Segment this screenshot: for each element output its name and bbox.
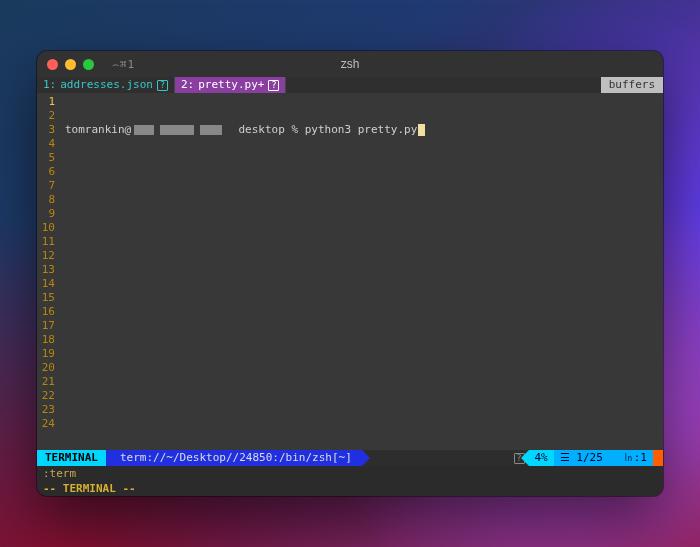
buffer-tab-2[interactable]: 2: pretty.py+ ? xyxy=(175,77,286,93)
line-number: 21 xyxy=(39,375,55,389)
buffer-index: 2: xyxy=(181,77,194,93)
buffer-name: addresses.json xyxy=(60,77,153,93)
spacer xyxy=(286,77,600,93)
status-percent: 4% xyxy=(529,450,554,466)
line-number: 9 xyxy=(39,207,55,221)
minimize-icon[interactable] xyxy=(65,59,76,70)
line-number: 19 xyxy=(39,347,55,361)
line-number: 3 xyxy=(39,123,55,137)
command-text: python3 pretty.py xyxy=(305,123,418,137)
help-icon: ? xyxy=(157,80,168,91)
command-line[interactable]: :term xyxy=(37,466,663,481)
titlebar: ⌢⌘1 zsh xyxy=(37,51,663,77)
cursor-icon xyxy=(418,124,425,136)
hostname-redacted xyxy=(134,125,154,135)
line-number: 13 xyxy=(39,263,55,277)
line-number: 7 xyxy=(39,179,55,193)
editor-area[interactable]: 123456789101112131415161718192021222324 … xyxy=(37,93,663,450)
line-number: 14 xyxy=(39,277,55,291)
line-number: 18 xyxy=(39,333,55,347)
terminal-content[interactable]: tomrankin@ desktop % python3 pretty.py xyxy=(61,93,663,450)
terminal-window: ⌢⌘1 zsh 1: addresses.json ? 2: pretty.py… xyxy=(37,51,663,496)
close-icon[interactable] xyxy=(47,59,58,70)
line-number: 24 xyxy=(39,417,55,431)
status-bar: TERMINAL term://~/Desktop//24850:/bin/zs… xyxy=(37,450,663,466)
line-number: 10 xyxy=(39,221,55,235)
prompt-path: desktop xyxy=(238,123,284,137)
mode-message: -- TERMINAL -- xyxy=(37,481,663,496)
buffers-label: buffers xyxy=(601,77,663,93)
hostname-redacted xyxy=(160,125,194,135)
prompt-symbol: % xyxy=(291,123,298,137)
hostname-redacted xyxy=(200,125,222,135)
prompt-user: tomrankin@ xyxy=(65,123,131,137)
line-number: 12 xyxy=(39,249,55,263)
zoom-icon[interactable] xyxy=(83,59,94,70)
status-path: term://~/Desktop//24850:/bin/zsh[~] xyxy=(106,450,362,466)
status-end-cap xyxy=(653,450,663,466)
line-number: 16 xyxy=(39,305,55,319)
line-number: 1 xyxy=(39,95,55,109)
tab-indicator: ⌢⌘1 xyxy=(112,58,135,71)
line-number: 8 xyxy=(39,193,55,207)
help-icon: ? xyxy=(268,80,279,91)
line-number: 6 xyxy=(39,165,55,179)
status-line-info: ☰ 1/25 ㏑:1 xyxy=(554,450,653,466)
line-number: 11 xyxy=(39,235,55,249)
line-number: 4 xyxy=(39,137,55,151)
line-number: 17 xyxy=(39,319,55,333)
buffer-index: 1: xyxy=(43,77,56,93)
line-number: 15 xyxy=(39,291,55,305)
prompt-line: tomrankin@ desktop % python3 pretty.py xyxy=(65,123,659,137)
line-number: 5 xyxy=(39,151,55,165)
buffer-name: pretty.py+ xyxy=(198,77,264,93)
line-number-gutter: 123456789101112131415161718192021222324 xyxy=(37,93,61,450)
buffer-tab-1[interactable]: 1: addresses.json ? xyxy=(37,77,175,93)
status-mode: TERMINAL xyxy=(37,450,106,466)
line-number: 22 xyxy=(39,389,55,403)
line-number: 23 xyxy=(39,403,55,417)
line-number: 20 xyxy=(39,361,55,375)
buffer-bar: 1: addresses.json ? 2: pretty.py+ ? buff… xyxy=(37,77,663,93)
status-mid: ? xyxy=(362,450,529,466)
line-number: 2 xyxy=(39,109,55,123)
window-controls xyxy=(47,59,94,70)
